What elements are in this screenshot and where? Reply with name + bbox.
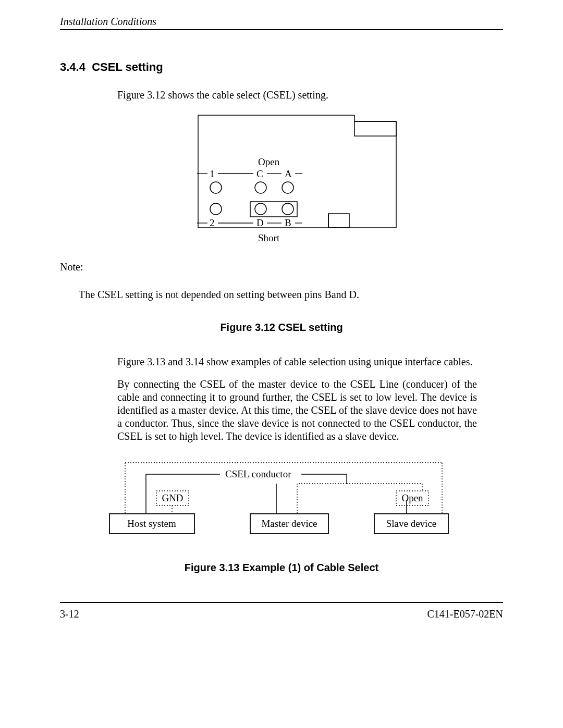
diagram1-open-label: Open [258,156,280,167]
diagram1-short-label: Short [258,232,280,243]
csel-setting-diagram: Open 1 C A 2 D B [151,111,412,246]
figure-3-13-caption: Figure 3.13 Example (1) of Cable Select [60,562,503,574]
svg-point-15 [282,182,293,193]
header-left: Installation Conditions [60,16,156,28]
figure-3-12-caption: Figure 3.12 CSEL setting [60,322,503,334]
diagram1-label-2: 2 [210,217,215,228]
page-footer: 3-12 C141-E057-02EN [60,602,503,620]
paragraph-1: Figure 3.13 and 3.14 show examples of ca… [117,355,477,368]
diagram2-master: Master device [261,518,317,529]
cable-select-example-diagram: CSEL conductor GND Open Host system [104,459,459,537]
note-label: Note: [60,261,503,273]
diagram2-host: Host system [127,518,176,529]
diagram2-gnd: GND [162,492,183,503]
svg-point-16 [210,203,222,215]
note-text: The CSEL setting is not depended on sett… [79,289,503,301]
footer-doc-id: C141-E057-02EN [427,608,503,620]
diagram1-label-b: B [285,217,291,228]
paragraph-2: By connecting the CSEL of the master dev… [117,378,477,443]
svg-rect-7 [328,214,349,228]
diagram1-label-a: A [285,168,292,179]
section-heading: 3.4.4 CSEL setting [60,60,503,74]
diagram2-open: Open [401,492,423,503]
footer-page-num: 3-12 [60,608,79,620]
svg-point-13 [210,182,222,193]
svg-point-18 [282,203,293,215]
diagram2-csel-conductor: CSEL conductor [225,468,291,479]
svg-rect-3 [354,121,396,136]
diagram1-label-1: 1 [210,168,215,179]
diagram2-slave: Slave device [386,518,437,529]
svg-point-14 [255,182,266,193]
diagram1-label-c: C [256,168,263,179]
intro-text: Figure 3.12 shows the cable select (CSEL… [117,89,477,102]
running-header: Installation Conditions [60,16,503,30]
svg-point-17 [255,203,266,215]
diagram1-label-d: D [256,217,264,228]
